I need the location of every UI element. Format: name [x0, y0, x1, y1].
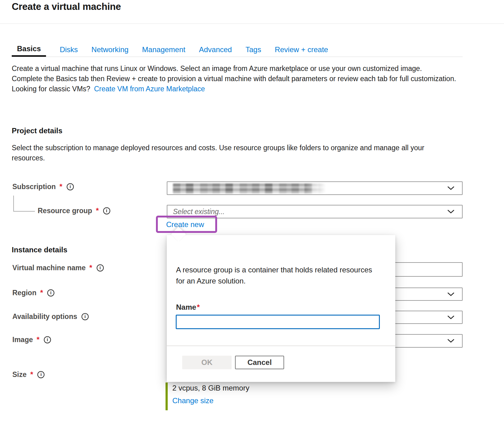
- tab-basics[interactable]: Basics: [12, 42, 46, 57]
- tree-connector-vertical: [13, 196, 14, 211]
- resource-group-name-input[interactable]: [176, 315, 380, 329]
- chevron-down-icon: [447, 315, 455, 320]
- instance-details-heading: Instance details: [12, 246, 67, 254]
- region-label: Region: [12, 289, 36, 297]
- image-label: Image: [12, 336, 33, 344]
- tab-management[interactable]: Management: [142, 42, 185, 57]
- create-vm-marketplace-link[interactable]: Create VM from Azure Marketplace: [94, 85, 205, 93]
- resource-group-label-row: Resource group*i: [38, 206, 110, 216]
- resource-group-label: Resource group: [38, 207, 92, 215]
- resource-group-dropdown[interactable]: Select existing...: [167, 205, 463, 218]
- resource-group-placeholder: Select existing...: [173, 208, 225, 216]
- chevron-down-icon: [447, 209, 455, 214]
- subscription-label-row: Subscription*i: [12, 182, 74, 192]
- required-marker: *: [60, 182, 62, 191]
- vm-name-label: Virtual machine name: [12, 264, 86, 272]
- info-icon[interactable]: i: [103, 207, 110, 214]
- dialog-divider: [167, 345, 395, 346]
- size-label-row: Size*i: [12, 370, 44, 379]
- change-size-link[interactable]: Change size: [172, 396, 213, 405]
- create-vm-page: Create a virtual machine Basics Disks Ne…: [0, 0, 504, 422]
- tab-review-create[interactable]: Review + create: [275, 42, 328, 57]
- classic-vms-text: Looking for classic VMs?: [12, 85, 90, 93]
- availability-options-label-row: Availability optionsi: [12, 312, 89, 321]
- info-icon[interactable]: i: [67, 183, 74, 190]
- tab-disks[interactable]: Disks: [60, 42, 78, 57]
- subscription-label: Subscription: [12, 183, 56, 191]
- image-label-row: Image*i: [12, 335, 51, 345]
- name-label: Name: [176, 303, 196, 312]
- size-specs-text: 2 vcpus, 8 GiB memory: [172, 384, 249, 392]
- subscription-value-redacted: [173, 184, 327, 193]
- title-divider: [0, 23, 504, 24]
- region-label-row: Region*i: [12, 288, 54, 298]
- chevron-down-icon: [447, 339, 455, 343]
- ok-button[interactable]: OK: [182, 356, 232, 369]
- chevron-down-icon: [447, 292, 455, 296]
- size-label: Size: [12, 370, 27, 379]
- info-icon[interactable]: i: [44, 336, 51, 343]
- required-marker: *: [40, 288, 43, 297]
- info-icon[interactable]: i: [47, 289, 54, 296]
- info-icon[interactable]: i: [97, 264, 104, 271]
- tab-advanced[interactable]: Advanced: [199, 42, 232, 57]
- required-marker: *: [197, 303, 200, 312]
- chevron-down-icon: [447, 186, 455, 190]
- intro-text: Create a virtual machine that runs Linux…: [12, 64, 466, 94]
- dialog-name-label-row: Name*: [176, 302, 200, 312]
- tabbar: Basics Disks Networking Management Advan…: [12, 42, 328, 57]
- intro-paragraph-2: Complete the Basics tab then Review + cr…: [12, 74, 466, 84]
- intro-paragraph-3: Looking for classic VMs?Create VM from A…: [12, 84, 466, 94]
- selected-size-indicator-bar: [166, 383, 168, 410]
- create-new-link[interactable]: Create new: [166, 220, 204, 229]
- intro-paragraph-1: Create a virtual machine that runs Linux…: [12, 64, 438, 74]
- info-icon[interactable]: i: [37, 371, 44, 378]
- cancel-button[interactable]: Cancel: [235, 356, 284, 369]
- required-marker: *: [30, 370, 33, 379]
- vm-name-label-row: Virtual machine name*i: [12, 263, 104, 273]
- required-marker: *: [89, 263, 92, 272]
- page-title: Create a virtual machine: [12, 1, 121, 12]
- dialog-description: A resource group is a container that hol…: [176, 264, 374, 287]
- project-details-description: Select the subscription to manage deploy…: [12, 143, 444, 163]
- create-resource-group-dialog: A resource group is a container that hol…: [167, 235, 395, 382]
- availability-options-label: Availability options: [12, 312, 77, 321]
- tab-networking[interactable]: Networking: [91, 42, 128, 57]
- project-details-heading: Project details: [12, 126, 62, 135]
- tree-connector-horizontal: [13, 211, 35, 212]
- subscription-dropdown[interactable]: [167, 181, 463, 195]
- tab-tags[interactable]: Tags: [246, 42, 261, 57]
- required-marker: *: [96, 206, 99, 215]
- required-marker: *: [36, 335, 39, 344]
- info-icon[interactable]: i: [82, 313, 89, 320]
